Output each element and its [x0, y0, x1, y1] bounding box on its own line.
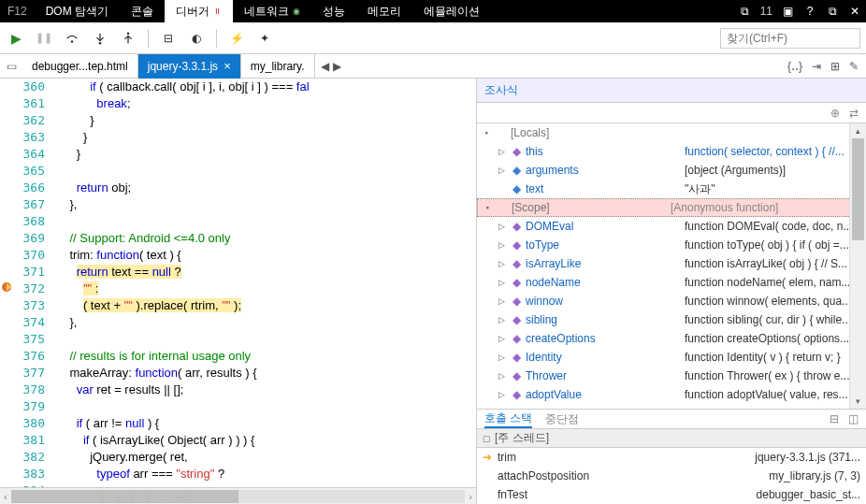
- disconnect-button[interactable]: ⚡: [226, 28, 247, 49]
- source-map-icon[interactable]: ⊞: [830, 60, 840, 73]
- code-line[interactable]: 368: [0, 213, 476, 230]
- tab-callstack[interactable]: 호출 스택: [484, 410, 532, 428]
- code-line[interactable]: 365: [0, 163, 476, 180]
- code-line[interactable]: 377 makeArray: function( arr, results ) …: [0, 365, 476, 382]
- continue-button[interactable]: ▶: [6, 28, 26, 49]
- close-icon[interactable]: ✕: [844, 0, 866, 22]
- watch-row[interactable]: ▪[Locals]: [477, 123, 866, 142]
- step-into-button[interactable]: [90, 28, 110, 49]
- code-line[interactable]: 376 // results is for internal usage onl…: [0, 348, 476, 365]
- code-line[interactable]: 362 }: [0, 112, 476, 129]
- tab-emulation[interactable]: 에뮬레이션: [412, 0, 491, 22]
- code-line[interactable]: 370 trim: function( text ) {: [0, 247, 476, 264]
- file-picker-icon[interactable]: ▭: [0, 60, 22, 73]
- code-line[interactable]: 360 if ( callback.call( obj[ i ], i, obj…: [0, 79, 476, 95]
- code-line[interactable]: 361 break;: [0, 95, 476, 112]
- code-line[interactable]: 381 if ( isArrayLike( Object( arr ) ) ) …: [0, 432, 476, 449]
- pause-button[interactable]: ❚❚: [34, 28, 54, 49]
- watch-row[interactable]: ▪[Scope][Anonymous function]: [477, 198, 866, 217]
- expand-icon[interactable]: ▷: [496, 147, 507, 156]
- expand-icon[interactable]: ▪: [482, 203, 493, 212]
- add-watch-icon[interactable]: ⊕: [830, 107, 840, 120]
- exception-button[interactable]: ◐: [186, 28, 207, 49]
- edit-icon[interactable]: ✎: [849, 60, 859, 73]
- close-icon[interactable]: ×: [224, 59, 231, 73]
- help-icon[interactable]: ?: [799, 0, 821, 22]
- code-line[interactable]: 378 var ret = results || [];: [0, 382, 476, 398]
- tab-breakpoints[interactable]: 중단점: [545, 411, 579, 427]
- expand-icon[interactable]: ▷: [496, 222, 507, 231]
- tab-performance[interactable]: 성능: [311, 0, 356, 22]
- code-line[interactable]: 366 return obj;: [0, 180, 476, 196]
- watch-row[interactable]: ▷◆adoptValuefunction adoptValue( value, …: [477, 385, 866, 404]
- break-new-worker-button[interactable]: ⊟: [158, 28, 179, 49]
- expand-icon[interactable]: ▷: [496, 259, 507, 268]
- next-tab-icon[interactable]: ▶: [333, 60, 341, 73]
- code-line[interactable]: 380 if ( arr != null ) {: [0, 415, 476, 432]
- watch-row[interactable]: ◆text"사과": [477, 180, 866, 198]
- dom-breakpoint-button[interactable]: ✦: [254, 28, 275, 49]
- file-tab-2[interactable]: my_library.: [241, 54, 315, 79]
- step-over-button[interactable]: [62, 28, 82, 49]
- expand-icon[interactable]: ▷: [496, 166, 507, 175]
- watch-row[interactable]: ▷◆DOMEvalfunction DOMEval( code, doc, n.…: [477, 217, 866, 236]
- watch-row[interactable]: ▷◆siblingfunction sibling( cur, dir ) { …: [477, 310, 866, 329]
- file-tab-1[interactable]: jquery-3.3.1.js×: [138, 54, 241, 79]
- expand-icon[interactable]: ▷: [496, 315, 507, 324]
- search-input[interactable]: [720, 28, 860, 49]
- stack-frame[interactable]: ➜trimjquery-3.3.1.js (371...: [477, 448, 866, 467]
- expand-icon[interactable]: ▷: [496, 353, 507, 362]
- code-line[interactable]: 367 },: [0, 196, 476, 213]
- code-line[interactable]: 372 "" :: [0, 281, 476, 297]
- watch-row[interactable]: ▷◆toTypefunction toType( obj ) { if ( ob…: [477, 236, 866, 254]
- word-wrap-icon[interactable]: ⇥: [812, 60, 821, 73]
- tab-console[interactable]: 콘솔: [120, 0, 165, 22]
- watch-row[interactable]: ▷◆isArrayLikefunction isArrayLike( obj )…: [477, 254, 866, 273]
- expand-icon[interactable]: ▷: [496, 390, 507, 399]
- code-line[interactable]: 382 jQuery.merge( ret,: [0, 449, 476, 466]
- screen-icon[interactable]: ⧉: [734, 0, 757, 22]
- expand-icon[interactable]: ▷: [496, 278, 507, 287]
- expand-icon[interactable]: ▷: [496, 296, 507, 306]
- code-line[interactable]: 374 },: [0, 314, 476, 331]
- tab-dom-explorer[interactable]: DOM 탐색기: [35, 0, 120, 22]
- watch-row[interactable]: ▷◆arguments[object (Arguments)]: [477, 161, 866, 180]
- tab-debugger[interactable]: 디버거 ⏸: [165, 0, 233, 22]
- code-line[interactable]: 383 typeof arr === "string" ?: [0, 466, 476, 482]
- expand-icon[interactable]: ▷: [496, 240, 507, 250]
- variable-type-icon: ◆: [511, 221, 522, 232]
- undock-icon[interactable]: ⧉: [821, 0, 844, 22]
- code-line[interactable]: 363 }: [0, 129, 476, 146]
- watch-row[interactable]: ▷◆createOptionsfunction createOptions( o…: [477, 329, 866, 348]
- code-line[interactable]: 373 ( text + "" ).replace( rtrim, "" );: [0, 297, 476, 314]
- stack-frame[interactable]: attachPostpositionmy_library.js (7, 3): [477, 467, 866, 485]
- code-line[interactable]: 364 }: [0, 146, 476, 163]
- watch-scrollbar[interactable]: ▴ ▾: [849, 123, 866, 409]
- thread-header[interactable]: ▢[주 스레드]: [477, 429, 866, 448]
- step-out-button[interactable]: [118, 28, 138, 49]
- watch-row[interactable]: ▷◆thisfunction( selector, context ) { //…: [477, 142, 866, 161]
- horizontal-scrollbar[interactable]: ‹ [ arr ] : arr ›: [0, 487, 476, 504]
- code-line[interactable]: 375: [0, 331, 476, 348]
- console-toggle-icon[interactable]: ▣: [776, 0, 799, 22]
- code-line[interactable]: 379: [0, 398, 476, 415]
- pretty-print-icon[interactable]: {‥}: [787, 60, 802, 73]
- library-frames-icon[interactable]: ◫: [848, 412, 859, 425]
- code-line[interactable]: 384: [0, 482, 476, 487]
- expand-icon[interactable]: ▪: [481, 128, 492, 137]
- prev-tab-icon[interactable]: ◀: [321, 60, 329, 73]
- expand-icon[interactable]: ▷: [496, 334, 507, 343]
- expand-icon[interactable]: ▷: [496, 371, 507, 381]
- async-icon[interactable]: ⊟: [830, 412, 839, 425]
- code-line[interactable]: 371 return text == null ?: [0, 264, 476, 281]
- refresh-watch-icon[interactable]: ⇄: [849, 107, 859, 120]
- watch-row[interactable]: ▷◆winnowfunction winnow( elements, qua..…: [477, 292, 866, 310]
- stack-frame[interactable]: fnTestdebugger_basic_st...: [477, 485, 866, 504]
- tab-memory[interactable]: 메모리: [356, 0, 412, 22]
- file-tab-0[interactable]: debugger...tep.html: [22, 54, 138, 79]
- watch-row[interactable]: ▷◆Throwerfunction Thrower( ex ) { throw …: [477, 367, 866, 385]
- code-line[interactable]: 369 // Support: Android <=4.0 only: [0, 230, 476, 247]
- tab-network[interactable]: 네트워크 ◉: [233, 0, 311, 22]
- watch-row[interactable]: ▷◆Identityfunction Identity( v ) { retur…: [477, 348, 866, 367]
- watch-row[interactable]: ▷◆nodeNamefunction nodeName( elem, nam..…: [477, 273, 866, 292]
